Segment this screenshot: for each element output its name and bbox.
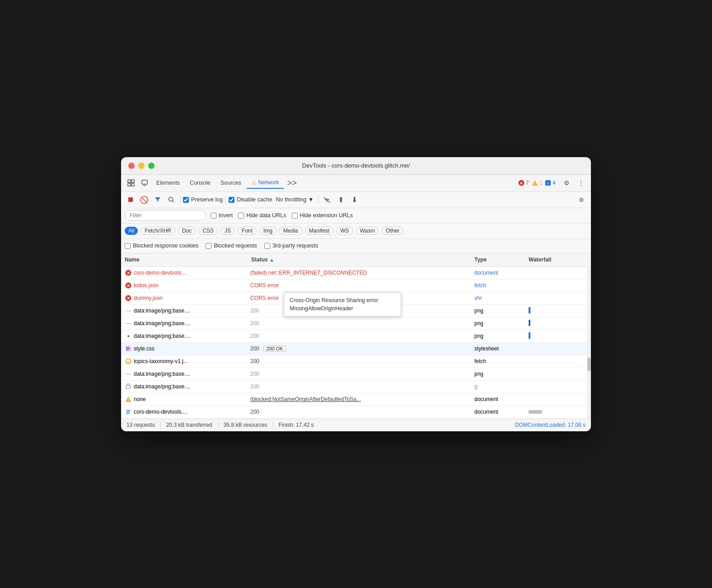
close-button[interactable] bbox=[128, 163, 135, 169]
download-icon[interactable]: ⬇ bbox=[348, 194, 360, 205]
scrollbar-track[interactable] bbox=[587, 267, 591, 419]
type-btn-css[interactable]: CSS bbox=[198, 227, 218, 235]
table-row[interactable]: ✦ data:image/png;base.... 200 png bbox=[121, 330, 591, 343]
error-icon: ✕ bbox=[125, 294, 132, 302]
error-icon: ✕ bbox=[125, 282, 132, 289]
table-row[interactable]: data:image/png;base.... 200 g This reque… bbox=[121, 381, 591, 393]
table-row[interactable]: — data:image/png;base.... 200 png bbox=[121, 368, 591, 381]
row-type: png bbox=[474, 308, 529, 314]
tab-elements[interactable]: Elements bbox=[152, 178, 184, 188]
device-icon[interactable] bbox=[138, 177, 151, 189]
warning-icon: ! bbox=[125, 396, 132, 403]
tab-sources[interactable]: Sources bbox=[216, 178, 246, 188]
css-icon bbox=[125, 345, 132, 352]
type-btn-img[interactable]: Img bbox=[259, 227, 276, 235]
table-row[interactable]: — data:image/png;base.... 200 png bbox=[121, 305, 591, 317]
row-name: none bbox=[134, 396, 250, 402]
network-settings-icon[interactable]: ⚙ bbox=[576, 194, 587, 205]
doc-icon bbox=[125, 408, 132, 415]
row-waterfall bbox=[529, 307, 587, 315]
table-header: Name Status ▲ Type Waterfall bbox=[121, 253, 591, 267]
type-btn-all[interactable]: All bbox=[125, 227, 138, 235]
row-status: 200 200 OK bbox=[250, 345, 474, 352]
table-row[interactable]: ✕ todos.json CORS error fetch Cross-Orig… bbox=[121, 280, 591, 292]
tab-network[interactable]: ⚠ Network bbox=[247, 177, 284, 189]
row-waterfall bbox=[529, 409, 587, 415]
invert-checkbox[interactable]: Invert bbox=[211, 212, 233, 219]
table-row[interactable]: — data:image/png;base.... 200 png bbox=[121, 317, 591, 330]
tab-console[interactable]: Console bbox=[185, 178, 215, 188]
row-name: data:image/png;base.... bbox=[134, 383, 250, 390]
scrollbar-thumb[interactable] bbox=[587, 358, 591, 371]
disable-cache-checkbox[interactable]: Disable cache bbox=[229, 196, 272, 203]
type-btn-doc[interactable]: Doc bbox=[178, 227, 196, 235]
hide-ext-urls-checkbox[interactable]: Hide extension URLs bbox=[292, 212, 353, 219]
table-row[interactable]: ✕ cors-demo-devtools.... (failed) net::E… bbox=[121, 267, 591, 280]
status-bar: 13 requests 20.3 kB transferred 35.8 kB … bbox=[121, 419, 591, 431]
row-status: 200 bbox=[250, 358, 474, 364]
row-name: data:image/png;base.... bbox=[134, 320, 250, 327]
row-status: 200 bbox=[250, 409, 474, 415]
row-type: document bbox=[474, 396, 529, 402]
svg-text:✕: ✕ bbox=[520, 181, 523, 186]
type-btn-ws[interactable]: WS bbox=[336, 227, 353, 235]
svg-rect-30 bbox=[126, 410, 130, 411]
table-row[interactable]: style.css 200 200 OK stylesheet bbox=[121, 343, 591, 355]
svg-rect-23 bbox=[126, 348, 131, 349]
row-type: xhr bbox=[474, 295, 529, 301]
svg-text:!: ! bbox=[128, 398, 129, 402]
filter-input[interactable] bbox=[125, 210, 206, 221]
svg-rect-2 bbox=[128, 183, 131, 186]
filter-toggle-button[interactable] bbox=[152, 194, 164, 205]
toolbar: ⏹ 🚫 Preserve log Disable cache No thrott… bbox=[121, 192, 591, 208]
type-btn-fetch[interactable]: Fetch/XHR bbox=[141, 227, 175, 235]
type-btn-manifest[interactable]: Manifest bbox=[305, 227, 333, 235]
row-type: png bbox=[474, 371, 529, 377]
row-name: dummy.json bbox=[134, 295, 250, 301]
row-name: cors-demo-devtools.... bbox=[134, 409, 250, 415]
blocked-cookies-checkbox[interactable]: Blocked response cookies bbox=[125, 243, 198, 249]
row-status: 200 bbox=[250, 383, 474, 390]
menu-icon[interactable]: ⋮ bbox=[575, 177, 587, 189]
header-type[interactable]: Type bbox=[474, 257, 529, 263]
blocked-requests-checkbox[interactable]: Blocked requests bbox=[206, 243, 257, 249]
row-status: CORS error bbox=[250, 282, 474, 289]
header-waterfall[interactable]: Waterfall bbox=[529, 257, 587, 263]
throttle-select[interactable]: No throttling ▼ bbox=[274, 196, 316, 204]
header-status[interactable]: Status ▲ bbox=[251, 257, 474, 263]
header-name[interactable]: Name bbox=[125, 257, 251, 263]
table-row[interactable]: cors-demo-devtools.... 200 document bbox=[121, 406, 591, 419]
maximize-button[interactable] bbox=[148, 163, 155, 169]
clear-button[interactable]: 🚫 bbox=[138, 194, 150, 205]
type-btn-font[interactable]: Font bbox=[238, 227, 257, 235]
third-party-checkbox[interactable]: 3rd-party requests bbox=[264, 243, 318, 249]
upload-icon[interactable]: ⬆ bbox=[335, 194, 347, 205]
type-btn-wasm[interactable]: Wasm bbox=[356, 227, 379, 235]
minimize-button[interactable] bbox=[138, 163, 145, 169]
row-waterfall bbox=[529, 332, 587, 340]
row-name: data:image/png;base.... bbox=[134, 308, 250, 314]
row-name: data:image/png;base.... bbox=[134, 333, 250, 339]
svg-text:✕: ✕ bbox=[126, 283, 130, 288]
hide-data-urls-checkbox[interactable]: Hide data URLs bbox=[238, 212, 286, 219]
table-row[interactable]: ✕ dummy.json CORS error xhr bbox=[121, 292, 591, 305]
table-row[interactable]: ! none (blocked:NotSameOriginAfterDefaul… bbox=[121, 393, 591, 406]
filter-bar: Invert Hide data URLs Hide extension URL… bbox=[121, 208, 591, 224]
svg-rect-3 bbox=[131, 183, 134, 186]
row-status: (failed) net::ERR_INTERNET_DISCONNECTED bbox=[250, 270, 474, 276]
type-btn-media[interactable]: Media bbox=[279, 227, 302, 235]
stop-recording-button[interactable]: ⏹ bbox=[125, 194, 136, 205]
more-tabs[interactable]: >> bbox=[285, 178, 300, 188]
search-button[interactable] bbox=[165, 194, 177, 205]
type-btn-js[interactable]: JS bbox=[220, 227, 235, 235]
type-btn-other[interactable]: Other bbox=[382, 227, 403, 235]
svg-rect-24 bbox=[126, 350, 129, 350]
separator-1 bbox=[180, 195, 180, 204]
settings-icon[interactable]: ⚙ bbox=[560, 177, 573, 189]
inspect-icon[interactable] bbox=[125, 177, 137, 189]
svg-text:i: i bbox=[548, 181, 549, 186]
wifi-icon[interactable] bbox=[321, 194, 333, 205]
table-row[interactable]: topics-taxonomy-v1.j... 200 fetch bbox=[121, 355, 591, 368]
finish-time: Finish: 17.42 s bbox=[279, 422, 314, 428]
preserve-log-checkbox[interactable]: Preserve log bbox=[183, 196, 223, 203]
